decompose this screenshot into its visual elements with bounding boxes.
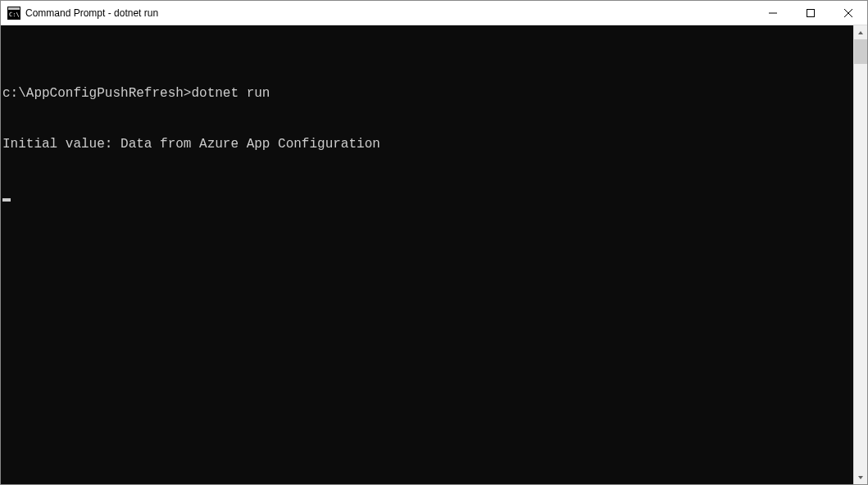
cmd-icon: C:\ — [7, 7, 20, 20]
window-title: Command Prompt - dotnet run — [25, 7, 754, 19]
minimize-button[interactable] — [754, 1, 792, 25]
output-line: Initial value: Data from Azure App Confi… — [1, 136, 853, 153]
command-text: dotnet run — [191, 86, 270, 101]
titlebar[interactable]: C:\ Command Prompt - dotnet run — [1, 1, 867, 25]
maximize-button[interactable] — [792, 1, 829, 25]
vertical-scrollbar[interactable] — [853, 25, 867, 484]
terminal[interactable]: c:\AppConfigPushRefresh>dotnet run Initi… — [1, 25, 853, 484]
svg-text:C:\: C:\ — [9, 11, 20, 18]
scroll-down-arrow[interactable] — [854, 470, 867, 484]
scroll-track[interactable] — [854, 39, 867, 470]
scroll-up-arrow[interactable] — [854, 25, 867, 39]
svg-rect-1 — [8, 7, 20, 10]
cursor — [2, 198, 11, 202]
close-button[interactable] — [829, 1, 867, 25]
prompt-path: c:\AppConfigPushRefresh> — [2, 86, 191, 101]
prompt-line: c:\AppConfigPushRefresh>dotnet run — [1, 85, 853, 102]
window-controls — [754, 1, 867, 25]
cursor-line — [1, 187, 853, 204]
scroll-thumb[interactable] — [854, 39, 867, 64]
svg-rect-4 — [807, 9, 815, 16]
client-area: c:\AppConfigPushRefresh>dotnet run Initi… — [1, 25, 867, 484]
